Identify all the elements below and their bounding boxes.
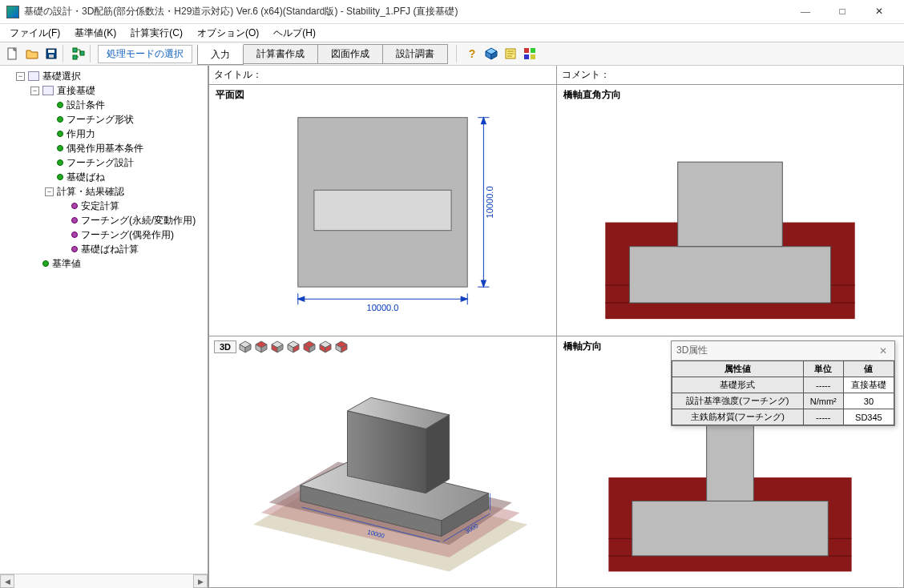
tree-accid[interactable]: 偶発作用基本条件 [67,141,143,155]
bullet-icon [57,116,63,123]
ortho-caption: 橋軸直角方向 [563,88,621,102]
svg-rect-16 [314,190,451,230]
svg-rect-71 [707,419,754,501]
scroll-track[interactable] [14,574,193,588]
menu-base[interactable]: 基準値(K) [68,25,123,42]
tree-direct[interactable]: 直接基礎 [57,83,95,98]
view-cube-3[interactable] [270,340,285,354]
tree-toggle[interactable]: − [16,72,25,81]
svg-marker-26 [481,280,486,287]
axial-view-panel[interactable]: 橋軸方向 3D属性 ✕ 属性値 単位 値 基礎形式-----直接基礎 設計基準強… [556,336,904,588]
palette-tool-button[interactable] [520,44,539,63]
menu-option[interactable]: オプション(O) [191,25,265,42]
menu-calc[interactable]: 計算実行(C) [124,25,189,42]
3d-drawing: 10000 3000 [209,336,556,587]
cube-tool-button[interactable] [482,44,501,63]
tab-design[interactable]: 設計調書 [382,44,448,64]
3d-view-panel[interactable]: 3D [208,336,556,588]
minimize-button[interactable]: — [787,1,824,23]
view-cube-6[interactable] [318,340,333,354]
tree-toggle[interactable]: − [45,187,54,196]
open-file-button[interactable] [22,44,42,63]
tree-foot-acc[interactable]: フーチング(偶発作用) [81,228,174,242]
save-file-button[interactable] [42,44,61,63]
tab-drawing[interactable]: 図面作成 [317,44,383,64]
header-title: タイトル： [208,66,556,85]
doc-tool-button[interactable] [501,44,520,63]
maximize-button[interactable]: □ [824,1,861,23]
tree-cond[interactable]: 設計条件 [67,98,105,112]
attribute-table: 属性値 単位 値 基礎形式-----直接基礎 設計基準強度(フーチング)N/mm… [672,360,894,425]
app-icon [6,6,19,18]
help-button[interactable]: ? [462,44,482,63]
svg-rect-3 [49,54,54,58]
svg-rect-12 [531,48,535,53]
folder-icon [28,71,39,81]
header-comment: コメント： [556,66,905,85]
ortho-drawing [557,85,903,336]
tree-view[interactable]: −基礎選択 −直接基礎 設計条件 フーチング形状 作用力 偶発作用基本条件 フー… [0,66,208,574]
folder-icon [42,86,54,95]
new-file-button[interactable] [3,44,22,63]
tree-root[interactable]: 基礎選択 [42,69,81,83]
plan-view-panel[interactable]: 平面図 10000.0 10000.0 [208,85,556,336]
view-cube-4[interactable] [286,340,301,354]
float-close-icon[interactable]: ✕ [877,345,890,356]
sidebar-hscroll[interactable]: ◀ ▶ [0,574,208,588]
tree-icon-button[interactable] [69,44,88,63]
header-row: タイトル： コメント： [208,66,904,85]
svg-rect-13 [524,54,529,59]
tree-spring-calc[interactable]: 基礎ばね計算 [81,242,139,256]
bullet-icon [71,246,78,252]
dim-width: 10000.0 [367,303,399,312]
window-title: 基礎の設計・3D配筋(部分係数法・H29道示対応) Ver.6 (x64)(St… [24,5,787,18]
tree-toggle[interactable]: − [30,87,39,95]
svg-rect-11 [524,48,529,53]
bullet-icon [57,174,63,180]
svg-rect-2 [48,50,54,53]
svg-marker-61 [426,415,449,493]
tree-foot-design[interactable]: フーチング設計 [67,155,134,170]
view-cube-7[interactable] [334,340,349,354]
tree-force[interactable]: 作用力 [67,127,95,141]
bullet-icon [57,159,63,166]
svg-rect-70 [632,501,829,555]
view-cube-1[interactable] [238,340,252,354]
bullet-icon [57,102,63,108]
view-cube-2[interactable] [254,340,268,354]
tree-foot-pv[interactable]: フーチング(永続/変動作用) [81,213,196,228]
tree-spring[interactable]: 基礎ばね [67,170,105,184]
menu-file[interactable]: ファイル(F) [3,25,67,42]
mode-label: 処理モードの選択 [98,45,192,63]
titlebar: 基礎の設計・3D配筋(部分係数法・H29道示対応) Ver.6 (x64)(St… [0,0,904,24]
scroll-right-arrow[interactable]: ▶ [193,574,208,588]
tab-input[interactable]: 入力 [197,44,244,65]
col-attr: 属性値 [672,361,804,377]
3d-attribute-panel[interactable]: 3D属性 ✕ 属性値 単位 値 基礎形式-----直接基礎 設計基準強度(フーチ… [671,340,895,426]
tree-results[interactable]: 計算・結果確認 [57,184,124,199]
bullet-icon [71,232,78,238]
3d-mode-button[interactable]: 3D [214,340,236,353]
bullet-icon [71,217,78,224]
dim-height: 10000.0 [485,186,494,218]
bullet-icon [42,260,49,267]
svg-marker-20 [298,296,305,301]
view-cube-5[interactable] [302,340,317,354]
tree-stability[interactable]: 安定計算 [81,199,119,213]
tree-footing[interactable]: フーチング形状 [67,112,134,127]
svg-rect-30 [629,247,830,303]
sidebar: −基礎選択 −直接基礎 設計条件 フーチング形状 作用力 偶発作用基本条件 フー… [0,66,208,588]
bullet-icon [57,131,63,137]
tab-calcdoc[interactable]: 計算書作成 [243,44,318,64]
close-button[interactable]: ✕ [861,1,898,23]
menu-help[interactable]: ヘルプ(H) [267,25,322,42]
tree-stdval[interactable]: 基準値 [52,256,81,271]
svg-rect-6 [80,51,84,55]
axial-caption: 橋軸方向 [563,340,602,353]
scroll-left-arrow[interactable]: ◀ [0,574,14,588]
toolbar: 処理モードの選択 入力 計算書作成 図面作成 設計調書 ? [0,42,904,66]
ortho-view-panel[interactable]: 橋軸直角方向 [556,85,904,336]
col-unit: 単位 [803,361,843,377]
float-title: 3D属性 [676,344,877,357]
svg-rect-31 [678,162,783,246]
